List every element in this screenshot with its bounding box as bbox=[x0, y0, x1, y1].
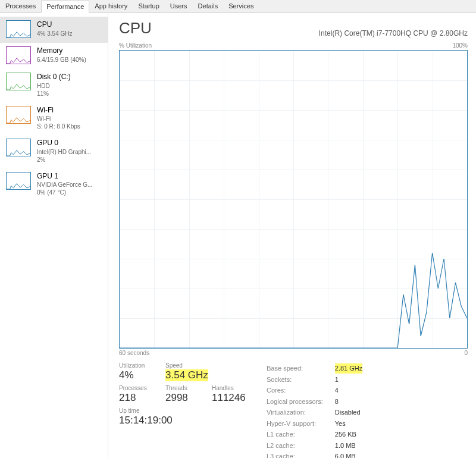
cpu-utilization-graph[interactable] bbox=[119, 50, 468, 349]
detail-key: Sockets: bbox=[267, 375, 334, 385]
sidebar-item-title: Memory bbox=[37, 46, 86, 56]
sidebar-item-sub: Intel(R) HD Graphi... bbox=[37, 148, 91, 156]
graph-xleft: 60 seconds bbox=[119, 350, 149, 356]
detail-value: 1.0 MB bbox=[335, 441, 362, 451]
stat-uptime-value: 15:14:19:00 bbox=[119, 415, 214, 426]
detail-key: Virtualization: bbox=[267, 407, 334, 418]
sidebar-item-cpu[interactable]: CPU4% 3.54 GHz bbox=[0, 17, 108, 43]
sidebar-thumb-icon bbox=[6, 172, 31, 190]
detail-value: 256 KB bbox=[335, 429, 362, 440]
sidebar-item-gpu-1[interactable]: GPU 1NVIDIA GeForce G...0% (47 °C) bbox=[0, 168, 108, 202]
detail-key: L1 cache: bbox=[267, 429, 334, 440]
stat-processes-value: 218 bbox=[119, 392, 155, 404]
sidebar-item-title: Disk 0 (C:) bbox=[37, 73, 71, 82]
performance-sidebar: CPU4% 3.54 GHzMemory6.4/15.9 GB (40%)Dis… bbox=[0, 13, 108, 458]
cpu-panel: CPU Intel(R) Core(TM) i7-7700HQ CPU @ 2.… bbox=[108, 13, 476, 458]
tab-performance[interactable]: Performance bbox=[41, 1, 89, 13]
sidebar-item-wi-fi[interactable]: Wi-FiWi-FiS: 0 R: 8.0 Kbps bbox=[0, 102, 108, 136]
graph-xright: 0 bbox=[464, 350, 468, 356]
sidebar-thumb-icon bbox=[6, 46, 31, 64]
detail-row: Cores:4 bbox=[267, 385, 362, 396]
tab-bar: ProcessesPerformanceApp historyStartupUs… bbox=[0, 0, 476, 13]
stat-speed-value: 3.54 GHz bbox=[165, 369, 208, 381]
stat-processes-label: Processes bbox=[119, 385, 155, 391]
detail-row: L1 cache:256 KB bbox=[267, 429, 362, 440]
cpu-model: Intel(R) Core(TM) i7-7700HQ CPU @ 2.80GH… bbox=[319, 29, 468, 37]
stat-handles-value: 111246 bbox=[212, 392, 248, 404]
panel-title: CPU bbox=[119, 19, 152, 37]
detail-row: L3 cache:6.0 MB bbox=[267, 451, 362, 458]
stat-handles-label: Handles bbox=[212, 385, 248, 391]
detail-value: 2.81 GHz bbox=[335, 363, 362, 374]
sidebar-item-memory[interactable]: Memory6.4/15.9 GB (40%) bbox=[0, 43, 108, 69]
sidebar-thumb-icon bbox=[6, 20, 31, 38]
stat-threads-label: Threads bbox=[165, 385, 201, 391]
sidebar-item-sub: 6.4/15.9 GB (40%) bbox=[37, 56, 86, 64]
tab-details[interactable]: Details bbox=[193, 0, 224, 12]
tab-processes[interactable]: Processes bbox=[0, 0, 41, 12]
stat-threads-value: 2998 bbox=[165, 392, 201, 404]
detail-row: L2 cache:1.0 MB bbox=[267, 441, 362, 451]
sidebar-thumb-icon bbox=[6, 139, 31, 156]
sidebar-item-title: CPU bbox=[37, 20, 72, 30]
cpu-stats: Utilization 4% Speed 3.54 GHz Processes … bbox=[119, 362, 468, 458]
sidebar-item-gpu-0[interactable]: GPU 0Intel(R) HD Graphi...2% bbox=[0, 135, 108, 168]
sidebar-item-title: GPU 1 bbox=[37, 172, 92, 181]
sidebar-item-sub2: 0% (47 °C) bbox=[37, 189, 92, 196]
detail-row: Virtualization:Disabled bbox=[267, 407, 362, 418]
sidebar-item-disk-0-c-[interactable]: Disk 0 (C:)HDD11% bbox=[0, 69, 108, 102]
graph-ylabel: % Utilization bbox=[119, 42, 152, 49]
stat-utilization-value: 4% bbox=[119, 369, 155, 381]
detail-key: Logical processors: bbox=[267, 397, 334, 407]
detail-key: Hyper-V support: bbox=[267, 419, 334, 429]
detail-key: Cores: bbox=[267, 385, 334, 396]
detail-value: Yes bbox=[335, 419, 362, 429]
detail-value: 4 bbox=[335, 385, 362, 396]
tab-users[interactable]: Users bbox=[165, 0, 193, 12]
sidebar-item-sub: Wi-Fi bbox=[37, 115, 80, 123]
sidebar-item-sub2: 2% bbox=[37, 156, 91, 164]
detail-value: Disabled bbox=[335, 407, 362, 418]
sidebar-thumb-icon bbox=[6, 73, 31, 90]
sidebar-item-title: GPU 0 bbox=[37, 139, 91, 148]
detail-value: 1 bbox=[335, 375, 362, 385]
detail-row: Hyper-V support:Yes bbox=[267, 419, 362, 429]
sidebar-item-sub: HDD bbox=[37, 82, 71, 90]
tab-app-history[interactable]: App history bbox=[89, 0, 133, 12]
cpu-details-table: Base speed:2.81 GHzSockets:1Cores:4Logic… bbox=[265, 362, 364, 458]
stat-uptime-label: Up time bbox=[119, 407, 214, 414]
detail-key: L2 cache: bbox=[267, 441, 334, 451]
detail-value: 8 bbox=[335, 397, 362, 407]
detail-value: 6.0 MB bbox=[335, 451, 362, 458]
sidebar-item-sub: 4% 3.54 GHz bbox=[37, 30, 72, 37]
detail-row: Sockets:1 bbox=[267, 375, 362, 385]
sidebar-item-sub2: 11% bbox=[37, 90, 71, 98]
sidebar-item-sub2: S: 0 R: 8.0 Kbps bbox=[37, 123, 80, 130]
detail-key: Base speed: bbox=[267, 363, 334, 374]
tab-startup[interactable]: Startup bbox=[133, 0, 164, 12]
detail-row: Base speed:2.81 GHz bbox=[267, 363, 362, 374]
sidebar-item-title: Wi-Fi bbox=[37, 106, 80, 115]
graph-ymax: 100% bbox=[452, 42, 468, 49]
detail-key: L3 cache: bbox=[267, 451, 334, 458]
stat-speed-label: Speed bbox=[165, 362, 208, 369]
stat-utilization-label: Utilization bbox=[119, 362, 155, 369]
tab-services[interactable]: Services bbox=[223, 0, 259, 12]
sidebar-thumb-icon bbox=[6, 106, 31, 124]
sidebar-item-sub: NVIDIA GeForce G... bbox=[37, 181, 92, 189]
detail-row: Logical processors:8 bbox=[267, 397, 362, 407]
